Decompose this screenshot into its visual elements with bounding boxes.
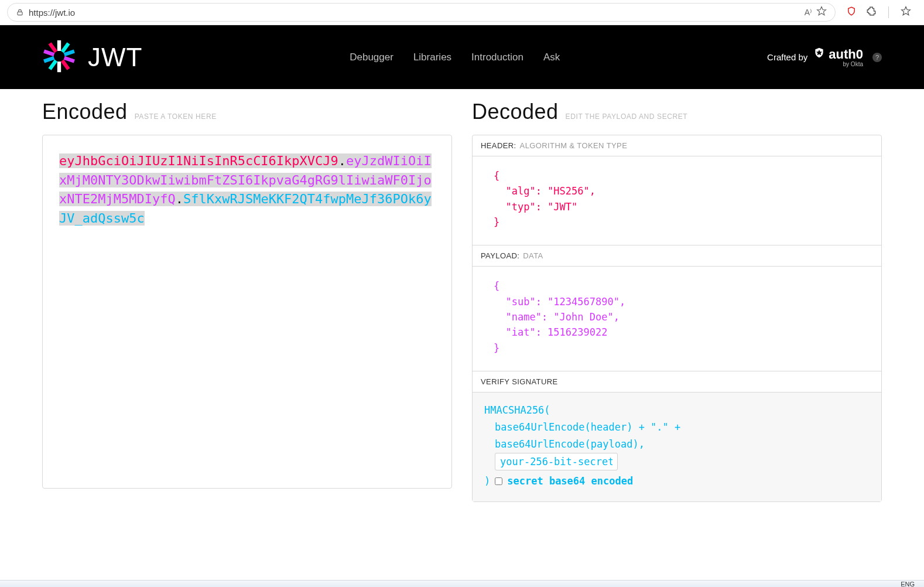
divider	[888, 6, 889, 18]
help-icon[interactable]: ?	[872, 53, 882, 62]
payload-section-label: PAYLOAD: DATA	[473, 245, 881, 267]
jwt-logo-icon	[42, 39, 76, 76]
read-aloud-icon[interactable]: A⁾	[805, 8, 812, 17]
encoded-subtitle: PASTE A TOKEN HERE	[135, 112, 217, 121]
browser-address-bar: https://jwt.io A⁾	[0, 0, 924, 25]
header-section-label: HEADER: ALGORITHM & TOKEN TYPE	[473, 135, 881, 156]
svg-rect-3	[57, 40, 61, 50]
encoded-title: Encoded	[42, 100, 128, 124]
auth0-logo: auth0 by Okta	[813, 47, 863, 67]
sig-close-paren: )	[484, 473, 490, 490]
browser-extension-icons	[840, 6, 917, 19]
sig-algo-open: HMACSHA256(	[484, 402, 870, 419]
decoded-column: Decoded EDIT THE PAYLOAD AND SECRET HEAD…	[472, 100, 882, 502]
header-json-editor[interactable]: { "alg": "HS256", "typ": "JWT" }	[473, 156, 881, 245]
payload-json-editor[interactable]: { "sub": "1234567890", "name": "John Doe…	[473, 267, 881, 371]
decoded-title: Decoded	[472, 100, 559, 124]
svg-rect-4	[57, 62, 61, 72]
half-star-icon[interactable]	[901, 6, 911, 19]
svg-marker-1	[817, 7, 826, 15]
main-nav: Debugger Libraries Introduction Ask	[350, 52, 560, 63]
svg-rect-0	[18, 12, 22, 15]
logo-cluster[interactable]: JWT	[42, 39, 142, 76]
encoded-column: Encoded PASTE A TOKEN HERE eyJhbGciOiJIU…	[42, 100, 452, 502]
url-text[interactable]: https://jwt.io	[29, 8, 800, 18]
jwt-logo-text: JWT	[88, 43, 142, 72]
sig-line-payload: base64UrlEncode(payload),	[484, 436, 870, 453]
crafted-by-label: Crafted by	[767, 52, 807, 62]
nav-introduction[interactable]: Introduction	[471, 52, 523, 63]
token-header-segment[interactable]: eyJhbGciOiJIUzI1NiIsInR5cCI6IkpXVCJ9	[59, 153, 338, 168]
nav-libraries[interactable]: Libraries	[413, 52, 451, 63]
nav-ask[interactable]: Ask	[543, 52, 560, 63]
site-header: JWT Debugger Libraries Introduction Ask …	[0, 25, 924, 89]
encoded-token-editor[interactable]: eyJhbGciOiJIUzI1NiIsInR5cCI6IkpXVCJ9.eyJ…	[42, 135, 452, 489]
secret-base64-checkbox[interactable]	[495, 477, 502, 485]
lock-icon	[16, 8, 24, 16]
signature-section-label: VERIFY SIGNATURE	[473, 371, 881, 393]
auth0-shield-icon	[813, 47, 825, 62]
by-okta-text: by Okta	[843, 61, 863, 67]
url-box[interactable]: https://jwt.io A⁾	[7, 3, 836, 22]
sig-line-header: base64UrlEncode(header) + "." +	[484, 419, 870, 436]
auth0-text: auth0	[829, 47, 863, 62]
secret-base64-label[interactable]: secret base64 encoded	[507, 473, 633, 490]
signature-editor: HMACSHA256( base64UrlEncode(header) + ".…	[473, 393, 881, 501]
favorite-icon[interactable]	[816, 6, 827, 19]
extensions-icon[interactable]	[866, 6, 877, 19]
svg-marker-2	[902, 7, 911, 15]
secret-input[interactable]	[495, 453, 618, 470]
nav-debugger[interactable]: Debugger	[350, 52, 393, 63]
decoded-subtitle: EDIT THE PAYLOAD AND SECRET	[566, 112, 688, 121]
shield-icon[interactable]	[846, 6, 857, 19]
crafted-by[interactable]: Crafted by auth0 by Okta ?	[767, 47, 882, 67]
